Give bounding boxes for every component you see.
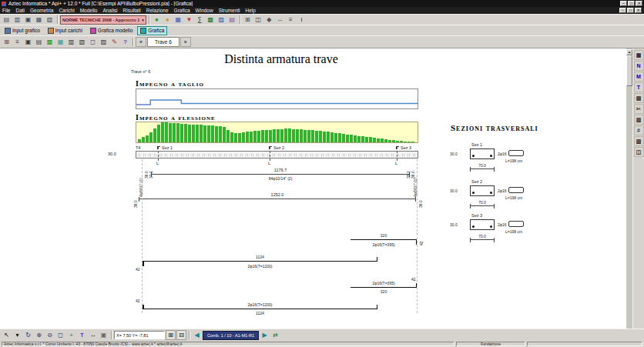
list-icon[interactable]: ≡ — [286, 15, 296, 25]
flessione-bar — [265, 130, 268, 142]
flessione-bar — [384, 139, 387, 142]
diagram-m-icon[interactable]: M — [634, 72, 644, 82]
menu-item[interactable]: File — [2, 8, 10, 13]
save-icon[interactable]: ▣ — [23, 15, 33, 25]
info-icon[interactable]: i — [297, 15, 307, 25]
soil-icon[interactable]: ● — [163, 15, 173, 25]
chart-icon[interactable]: ▨ — [216, 15, 226, 25]
rebar2-hook-label: 42 — [136, 267, 140, 272]
diagram-n-icon[interactable]: N — [634, 61, 644, 71]
open-icon[interactable]: ▥ — [12, 15, 22, 25]
menu-list: FileDatiGeometriaCarichiModelloAnalisiRi… — [2, 8, 261, 13]
print-icon[interactable]: ▦ — [34, 15, 44, 25]
vertical-scrollbar[interactable]: ▲ ▼ — [626, 48, 632, 329]
armatura-icon[interactable]: ▤ — [634, 93, 644, 103]
drawing-canvas[interactable]: Distinta armatura trave Trave n° 6 Impeg… — [0, 48, 626, 329]
mdi-restore-button[interactable]: □ — [627, 8, 634, 13]
results-icon[interactable]: ▩ — [206, 15, 216, 25]
quote-icon[interactable]: # — [634, 125, 644, 135]
view-table-icon[interactable]: ⊞ — [2, 37, 12, 47]
preview-icon[interactable]: ▧ — [45, 15, 55, 25]
tab-grafica-modello[interactable]: Grafica modello — [87, 26, 136, 35]
materials-icon[interactable]: ● — [152, 15, 162, 25]
palette-teal-icon[interactable]: ▦ — [55, 37, 65, 47]
menu-item[interactable]: Carichi — [59, 8, 74, 13]
analysis-icon[interactable]: ∑ — [195, 15, 205, 25]
tabella-icon[interactable]: ▧ — [634, 136, 644, 146]
mdi-close-button[interactable]: ✕ — [635, 8, 642, 13]
menu-item[interactable]: Strumenti — [219, 8, 240, 13]
flessione-bar — [192, 125, 195, 142]
annotate-icon[interactable]: ✎ — [109, 37, 119, 47]
tab-grafica[interactable]: Grafica — [137, 26, 167, 35]
tab-input-carichi[interactable]: Input carichi — [45, 26, 86, 35]
menu-item[interactable]: Analisi — [102, 8, 117, 13]
maximize-button[interactable]: □ — [628, 1, 635, 6]
export-dxf-icon[interactable]: ▤ — [34, 37, 44, 47]
measure-tool-icon[interactable]: ↔ — [88, 330, 98, 340]
report-icon[interactable]: ▤ — [227, 15, 237, 25]
scroll-up-icon[interactable]: ▲ — [626, 49, 632, 55]
trave-tab[interactable]: Trave 6 — [147, 37, 179, 47]
finestra-icon[interactable]: ◫ — [634, 147, 644, 157]
close-button[interactable]: ✕ — [636, 1, 642, 6]
snap-toggle-icon[interactable]: ⊟ — [176, 330, 186, 340]
pan-icon[interactable]: + — [66, 330, 76, 340]
menu-item[interactable]: Relazione — [146, 8, 169, 13]
layers-panel-icon[interactable]: ▦ — [634, 50, 644, 60]
text-tool-icon[interactable]: T — [77, 330, 87, 340]
print-drawing-icon[interactable]: ▥ — [66, 37, 76, 47]
minimize-button[interactable]: – — [620, 1, 627, 6]
loads-icon[interactable]: ▼ — [184, 15, 194, 25]
help-icon[interactable]: ? — [120, 37, 130, 47]
dim-line — [151, 174, 410, 175]
flessione-bar — [361, 136, 364, 142]
flessione-bar — [346, 135, 349, 142]
prev-trave-button[interactable]: « — [136, 37, 146, 47]
next-combination-button[interactable]: ▶ — [260, 330, 270, 340]
redraw-icon[interactable]: ↻ — [23, 330, 33, 340]
cut-section-icon[interactable]: ✂ — [634, 104, 644, 114]
zoom-window-icon[interactable]: ◻ — [55, 330, 65, 340]
options-icon[interactable]: ▨ — [99, 37, 109, 47]
geometry-icon[interactable]: ▦ — [173, 15, 183, 25]
flessione-bar — [234, 133, 237, 142]
menu-item[interactable]: Window — [196, 8, 213, 13]
menu-item[interactable]: Grafica — [174, 8, 190, 13]
sezioni-icon[interactable]: ▥ — [634, 115, 644, 125]
zoom-out-icon[interactable]: ⊖ — [45, 330, 55, 340]
prev-combination-button[interactable]: ◀ — [192, 330, 202, 340]
view-list-icon[interactable]: ≡ — [12, 37, 22, 47]
bottom-toolbar: ↖▾↻⊕⊖◻+T↔▣ X= 7,50 Y= -7,81 ⊞ ⊟ ◀ Comb. … — [0, 329, 644, 341]
select-tool-icon[interactable]: ↖ — [2, 330, 12, 340]
copy-image-icon[interactable]: ▣ — [23, 37, 33, 47]
menu-item[interactable]: Risultati — [123, 8, 141, 13]
archive-icon[interactable]: ▤ — [2, 15, 12, 25]
norme-combo[interactable]: NORME TECNICHE 2008 - Approccio 1 ▾ — [60, 15, 146, 25]
palette-green-icon[interactable]: ▩ — [45, 37, 55, 47]
flessione-bar — [226, 130, 230, 142]
animate-combinations-icon[interactable]: ⇄ — [270, 330, 280, 340]
menu-item[interactable]: Help — [246, 8, 256, 13]
grid-icon[interactable]: ⊞ — [243, 15, 253, 25]
toolbar-separator — [132, 38, 133, 46]
flessione-bar — [173, 123, 176, 142]
menu-item[interactable]: Modello — [80, 8, 98, 13]
diagram-t-icon[interactable]: T — [634, 82, 644, 92]
menu-item[interactable]: Geometria — [30, 8, 53, 13]
grid-toggle-icon[interactable]: ⊞ — [166, 330, 176, 340]
zoom-all-icon[interactable]: ◻ — [88, 37, 98, 47]
combination-display: Comb. 1 / 10 - A1-M1-R1 — [203, 331, 259, 340]
next-trave-button[interactable]: » — [180, 37, 191, 47]
menu-item[interactable]: Dati — [15, 8, 25, 13]
layers-icon[interactable]: ◫ — [253, 15, 263, 25]
tool-dropdown-icon[interactable]: ▾ — [12, 330, 22, 340]
zoom-in-icon[interactable]: ⊕ — [34, 330, 44, 340]
tab-input-grafico[interactable]: Input grafico — [2, 26, 43, 35]
mdi-minimize-button[interactable]: – — [619, 8, 626, 13]
snap-icon[interactable]: ◆ — [264, 15, 274, 25]
scrollbar-thumb[interactable] — [626, 55, 632, 86]
page-setup-icon[interactable]: ▧ — [77, 37, 87, 47]
measure-icon[interactable]: ↔ — [275, 15, 285, 25]
color-tool-icon[interactable]: ▣ — [99, 330, 109, 340]
